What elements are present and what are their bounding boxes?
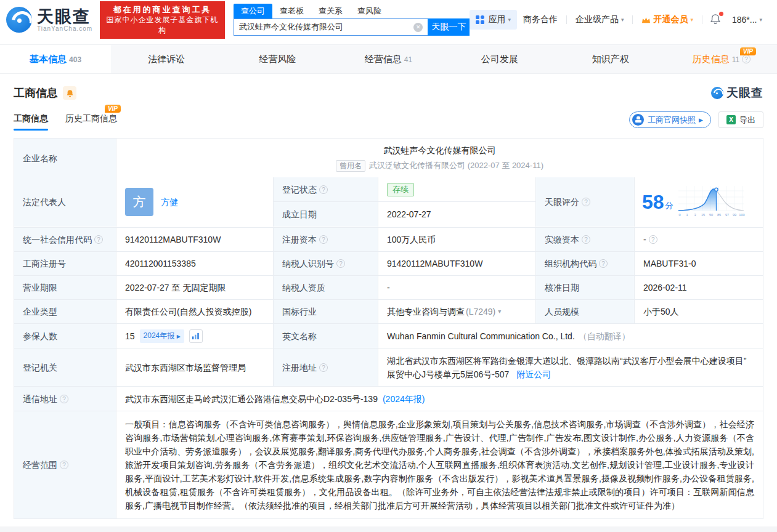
nav-business-cooperation[interactable]: 商务合作 bbox=[517, 14, 564, 25]
bell-icon bbox=[66, 89, 74, 97]
tab-label: 基本信息 bbox=[30, 54, 67, 65]
label-text: 经营范围 bbox=[23, 458, 57, 472]
former-name: 武汉泛敏文化传播有限公司 (2022-07 至 2024-11) bbox=[369, 159, 543, 172]
help-icon[interactable]: ? bbox=[94, 235, 103, 244]
help-icon[interactable]: ? bbox=[742, 55, 751, 63]
tab-label: 经营信息 bbox=[365, 54, 402, 65]
nav-enterprise-products[interactable]: 企业级产品 ▾ bbox=[569, 14, 630, 25]
registered-capital: 100万人民币 bbox=[378, 228, 535, 251]
annual-report-link[interactable]: (2024年报) bbox=[383, 392, 425, 406]
crown-icon bbox=[641, 16, 651, 24]
score-marker bbox=[714, 188, 717, 191]
nav-biz-label: 商务合作 bbox=[523, 14, 558, 25]
svg-text:99: 99 bbox=[732, 213, 736, 217]
table-row: 通信地址 ? 武汉市东西湖区走马岭武汉汇通公路港信息交易中心D2-035号-13… bbox=[14, 386, 763, 411]
help-icon[interactable]: ? bbox=[319, 363, 328, 372]
search-tab-risk[interactable]: 查风险 bbox=[350, 4, 389, 18]
apps-menu[interactable]: 应用 ▾ bbox=[470, 10, 517, 30]
business-term: 2022-07-27 至 无固定期限 bbox=[116, 276, 273, 299]
subtab-history-business-info[interactable]: VIP 历史工商信息 bbox=[65, 113, 117, 131]
divider bbox=[702, 15, 702, 24]
search-tab-boss[interactable]: 查老板 bbox=[272, 4, 311, 18]
help-icon[interactable]: ? bbox=[60, 461, 68, 469]
auto-translate-note: （自动翻译） bbox=[579, 329, 630, 343]
communication-address: 武汉市东西湖区走马岭武汉汇通公路港信息交易中心D2-035号-139 bbox=[125, 392, 378, 406]
help-icon[interactable]: ? bbox=[336, 259, 345, 268]
legal-rep-avatar[interactable]: 方 bbox=[125, 188, 153, 216]
watermark-text: 天眼查 bbox=[726, 85, 763, 101]
label-text: 登记状态 bbox=[282, 183, 317, 196]
field-label: 国标行业 bbox=[273, 300, 378, 323]
help-icon[interactable]: ? bbox=[319, 185, 328, 194]
approval-date: 2026-02-11 bbox=[634, 276, 763, 299]
value-text: - bbox=[643, 233, 646, 246]
header-spacer bbox=[0, 39, 777, 44]
annual-report-label: 2024年报 bbox=[144, 331, 175, 340]
annual-report-badge[interactable]: 2024年报 ▶ bbox=[140, 329, 184, 343]
tab-basic-info[interactable]: 基本信息 403 bbox=[0, 45, 111, 73]
official-snapshot-button[interactable]: 工商官网快照 ▶ bbox=[629, 111, 711, 128]
field-label: 人员规模 bbox=[535, 300, 634, 323]
trend-chart-button[interactable] bbox=[189, 329, 203, 343]
registration-info-table: 企业名称 武汉蛙声今文化传媒有限公司 曾用名 武汉泛敏文化传播有限公司 (202… bbox=[14, 138, 763, 519]
tab-company-development[interactable]: 公司发展 bbox=[444, 45, 555, 73]
subtab-current-business-info[interactable]: 工商信息 bbox=[14, 113, 48, 131]
help-icon[interactable]: ? bbox=[60, 395, 68, 403]
tab-label: 历史信息 bbox=[693, 54, 730, 65]
help-icon[interactable]: ? bbox=[319, 235, 328, 244]
tianyancha-logo-icon bbox=[711, 87, 723, 99]
apps-grid-icon bbox=[476, 15, 485, 25]
export-button[interactable]: X 导出 bbox=[718, 111, 763, 128]
field-label: 统一社会信用代码 ? bbox=[14, 228, 116, 251]
subscribe-bell-button[interactable] bbox=[63, 86, 76, 100]
vip-badge: VIP bbox=[740, 47, 756, 55]
search-tab-company[interactable]: 查公司 bbox=[234, 4, 272, 18]
registered-address-cell: 湖北省武汉市东西湖区将军路街金银潭大道以北、银潭路以南“武汉客厅小型会展中心建设… bbox=[378, 349, 763, 386]
tab-operating-risk[interactable]: 经营风险 bbox=[222, 45, 333, 73]
search-tab-relation[interactable]: 查关系 bbox=[311, 4, 350, 18]
tab-label: 经营风险 bbox=[259, 54, 296, 65]
divider bbox=[566, 15, 567, 24]
search-button[interactable]: 天眼一下 bbox=[428, 18, 470, 36]
help-icon[interactable]: ? bbox=[649, 235, 657, 244]
help-icon[interactable]: ? bbox=[582, 198, 590, 206]
table-row: 登记机关 武汉市东西湖区市场监督管理局 注册地址 ? 湖北省武汉市东西湖区将军路… bbox=[14, 348, 763, 386]
tianyancha-logo[interactable]: 天眼查 TianYanCha.com bbox=[6, 7, 92, 33]
taxpayer-qualification: - bbox=[378, 276, 535, 299]
notifications-bell[interactable] bbox=[705, 14, 726, 26]
top-header: 天眼查 TianYanCha.com 都在用的商业查询工具 国家中小企业发展子基… bbox=[0, 0, 777, 39]
field-label: 工商注册号 bbox=[14, 252, 116, 275]
label-text: 实缴资本 bbox=[545, 233, 579, 246]
search-input[interactable] bbox=[239, 23, 413, 32]
chevron-down-icon[interactable]: ▾ bbox=[498, 305, 501, 318]
field-label: 成立日期 bbox=[273, 202, 378, 227]
search-area: 查公司 查老板 查关系 查风险 ✕ 天眼一下 bbox=[234, 4, 470, 36]
clear-icon[interactable]: ✕ bbox=[413, 23, 423, 32]
table-row: 参保人数 15 2024年报 ▶ 英文名称 Wuhan Fanmin Cultu… bbox=[14, 323, 763, 348]
search-tabs: 查公司 查老板 查关系 查风险 bbox=[234, 4, 470, 18]
field-label: 纳税人识别号 ? bbox=[273, 252, 378, 275]
tab-legal-litigation[interactable]: 法律诉讼 bbox=[111, 45, 222, 73]
field-label: 通信地址 ? bbox=[14, 387, 116, 411]
tab-count: 11 bbox=[732, 55, 739, 64]
tab-business-info[interactable]: 经营信息 41 bbox=[333, 45, 444, 73]
tab-history-info[interactable]: VIP 历史信息 11 ? bbox=[666, 45, 777, 73]
label-text: 纳税人识别号 bbox=[282, 257, 334, 270]
tab-label: 法律诉讼 bbox=[148, 54, 185, 65]
tab-intellectual-property[interactable]: 知识产权 bbox=[555, 45, 666, 73]
label-text: 通信地址 bbox=[23, 392, 57, 406]
legal-rep-link[interactable]: 方健 bbox=[161, 195, 178, 209]
slogan-line1: 都在用的商业查询工具 bbox=[105, 4, 220, 15]
nearby-companies-link[interactable]: 附近公司 bbox=[516, 369, 551, 379]
help-icon[interactable]: ? bbox=[599, 259, 608, 268]
help-icon[interactable]: ? bbox=[582, 235, 590, 244]
field-label: 天眼评分 ? bbox=[535, 177, 634, 227]
business-info-section: 工商信息 天眼查 工商信息 VIP 历史工商信息 工商官网快照 ▶ X 导出 bbox=[0, 74, 777, 526]
chevron-down-icon: ▾ bbox=[690, 17, 693, 23]
brand-slogan: 都在用的商业查询工具 国家中小企业发展子基金旗下机构 bbox=[100, 1, 225, 39]
account-menu[interactable]: 186*... ▾ bbox=[726, 15, 768, 25]
label-text: 统一社会信用代码 bbox=[23, 233, 92, 246]
nav-vip-upgrade[interactable]: 开通会员 ▾ bbox=[635, 14, 699, 25]
field-label: 参保人数 bbox=[14, 324, 116, 348]
vip-badge: VIP bbox=[105, 105, 121, 113]
